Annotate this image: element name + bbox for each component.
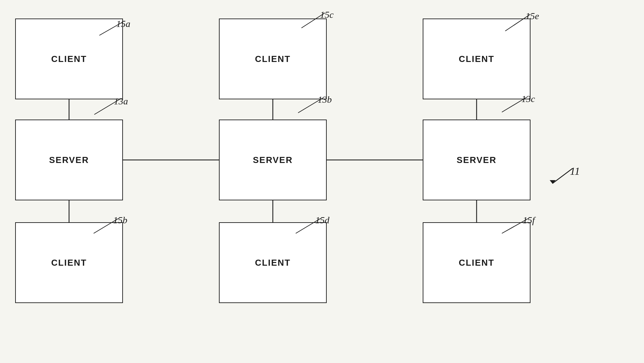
server-left-label: SERVER <box>49 155 89 165</box>
client-top-right-label: CLIENT <box>459 54 494 64</box>
annotation-15b: 15b <box>90 215 131 238</box>
annotation-15f: 15f <box>498 215 542 238</box>
annotation-13c: 13c <box>498 94 539 117</box>
annotation-13a: 13a <box>91 96 131 119</box>
server-mid-label: SERVER <box>253 155 293 165</box>
diagram: CLIENT CLIENT CLIENT SERVER SERVER SERVE… <box>0 0 644 363</box>
server-mid: SERVER <box>219 120 327 200</box>
annotation-15a: 15a <box>96 19 136 40</box>
server-right-label: SERVER <box>457 155 496 165</box>
annotation-15d: 15d <box>292 215 333 238</box>
client-top-mid-label: CLIENT <box>255 54 291 64</box>
leader-15e <box>502 11 546 33</box>
annotation-11: 11 <box>546 165 579 190</box>
annotation-15c: 15c <box>298 9 339 31</box>
client-bot-left-label: CLIENT <box>51 258 87 268</box>
svg-line-17 <box>552 168 573 184</box>
client-top-left-label: CLIENT <box>51 54 87 64</box>
client-bot-right-label: CLIENT <box>459 258 494 268</box>
annotation-13b: 13b <box>295 94 335 118</box>
annotation-15e: 15e <box>502 11 546 34</box>
leader-15f <box>498 215 542 237</box>
server-right: SERVER <box>423 120 530 200</box>
server-left: SERVER <box>15 120 123 200</box>
client-bot-mid-label: CLIENT <box>255 258 291 268</box>
